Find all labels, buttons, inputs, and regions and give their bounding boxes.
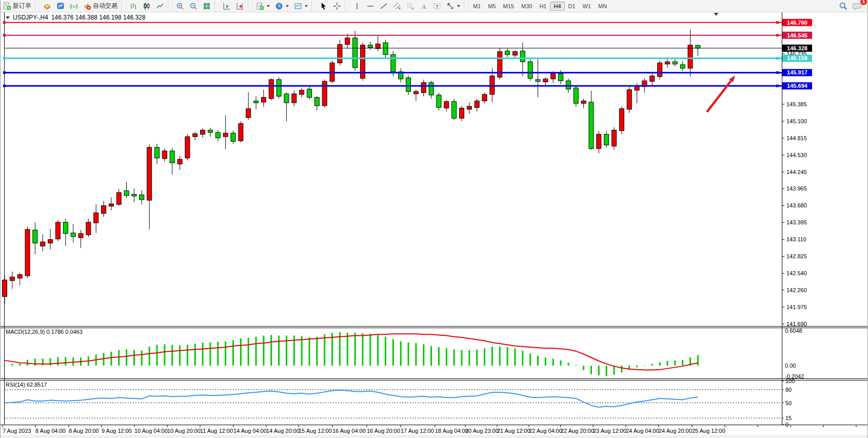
line-handle[interactable] [776,85,779,87]
line-handle[interactable] [776,71,779,74]
line-handle[interactable] [3,85,6,87]
chart-shift-button[interactable] [233,0,247,12]
tile-windows-button[interactable] [200,0,213,12]
price-tick-label: 143.110 [786,236,806,242]
line-handle[interactable] [3,21,6,24]
zoom-in-button[interactable] [173,0,187,12]
time-tick-label: 14 Aug 20:00 [266,428,300,434]
macd-histogram-bar [507,347,508,366]
line-chart-button[interactable] [153,0,167,12]
bar-chart-button[interactable] [127,0,140,12]
crosshair-button[interactable] [330,0,344,12]
price-line-badge-label: 145.694 [787,83,808,89]
candle-body [55,222,60,239]
equidistant-channel-icon: E [393,2,401,10]
svg-text:A: A [422,3,426,10]
channel-button[interactable]: E [390,0,404,12]
candle-body [559,73,563,81]
new-order-button[interactable]: 新订单 [1,0,34,12]
chart-background [1,12,868,435]
candle-body [300,90,304,94]
chart-canvas[interactable]: 146.235145.385145.100144.815144.530144.2… [1,0,868,438]
candle-body [277,80,281,96]
shapes-button[interactable] [444,0,463,12]
macd-histogram-bar [468,350,470,366]
toolbar-separator [248,2,252,11]
candle-body [650,76,655,81]
vline-button[interactable] [350,0,364,12]
macd-histogram-bar [255,337,257,366]
macd-histogram-bar [179,346,181,366]
price-line-badge-label: 146.760 [787,20,807,26]
line-handle[interactable] [776,21,779,24]
candle-body [269,80,273,99]
macd-histogram-bar [34,359,36,366]
macd-histogram-bar [50,358,51,366]
trendline-button[interactable] [377,0,390,12]
search-button[interactable] [836,0,850,12]
line-handle[interactable] [3,57,6,60]
toolbar-separator [345,2,349,11]
macd-histogram-bar [133,350,135,366]
macd-histogram-bar [652,364,653,366]
line-handle[interactable] [3,71,6,74]
macd-histogram-bar [522,351,523,366]
chart-symbol-period: USDJPY-,H4 [13,14,48,21]
candle-body [696,45,700,48]
autoscroll-button[interactable] [220,0,233,12]
line-handle[interactable] [3,34,6,36]
timeframe-h1[interactable]: H1 [536,2,550,11]
hline-button[interactable] [364,0,377,12]
label-button[interactable]: T [430,0,444,12]
candlestick-button[interactable] [140,0,153,12]
indicators-button[interactable] [253,0,272,12]
new-order-label: 新订单 [13,2,31,10]
notifications-button[interactable]: 1 [850,0,864,12]
cursor-button[interactable] [317,0,330,12]
candle-body [566,81,570,89]
market-watch-button[interactable] [41,0,54,12]
macd-histogram-bar [27,360,28,366]
candle-body [338,45,342,63]
price-tick-label: 141.975 [786,304,807,310]
time-tick-label: 16 Aug 20:00 [367,428,400,434]
macd-histogram-bar [644,366,645,366]
macd-histogram-bar [621,366,622,372]
timeframe-m5[interactable]: M5 [484,2,499,11]
candle-body [368,45,372,48]
timeframe-m15[interactable]: M15 [500,2,518,11]
chart-collapse-icon[interactable] [6,16,10,19]
candle-body [604,134,609,145]
text-button[interactable]: A [417,0,430,12]
candle-body [239,124,243,141]
timeframe-d1[interactable]: D1 [565,2,579,11]
macd-histogram-bar [598,366,600,375]
line-chart-icon [156,2,164,10]
fibonacci-button[interactable]: F [404,0,417,12]
candle-body [597,134,601,148]
macd-histogram-bar [484,348,485,366]
periods-button[interactable] [272,0,291,12]
line-handle[interactable] [776,34,779,36]
signals-button[interactable] [67,0,81,12]
macd-histogram-bar [659,362,661,366]
timeframe-w1[interactable]: W1 [579,2,595,11]
candle-body [147,147,152,200]
macd-axis-label: 0.00 [785,363,796,369]
candle-body [475,101,479,108]
candle-body [193,134,198,137]
timeframe-m1[interactable]: M1 [469,2,484,11]
templates-button[interactable] [291,0,310,12]
cursor-icon [320,2,328,10]
timeframe-mn[interactable]: MN [595,2,610,11]
timeframe-h4[interactable]: H4 [550,2,564,11]
macd-histogram-bar [537,356,539,366]
autotrading-button[interactable]: 自动交易 [81,0,120,12]
macd-indicator-label: MACD(12,26,9) 0.1786 0.0463 [6,329,83,335]
candle-body [536,80,540,81]
zoom-out-button[interactable] [187,0,200,12]
data-window-button[interactable] [54,0,67,12]
timeframe-m30[interactable]: M30 [518,2,536,11]
line-handle[interactable] [776,57,779,60]
macd-histogram-bar [514,348,516,366]
